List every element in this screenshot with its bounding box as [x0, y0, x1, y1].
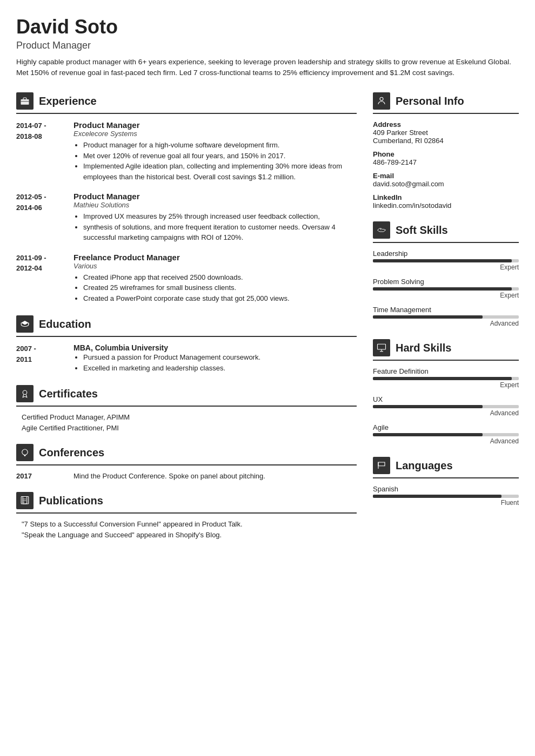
exp-date-2: 2012-05 -2014-06	[16, 192, 65, 243]
skill-name: UX	[373, 395, 519, 403]
hard-skills-section: Hard Skills Feature Definition Expert UX…	[373, 339, 519, 445]
conferences-header: Conferences	[16, 444, 357, 465]
skill-name: Spanish	[373, 485, 519, 493]
edu-bullet: Excelled in marketing and leadership cla…	[83, 363, 357, 374]
speech-bubble-icon	[20, 448, 30, 457]
candidate-title: Product Manager	[16, 40, 519, 51]
conferences-title: Conferences	[39, 447, 104, 459]
svg-rect-5	[21, 497, 27, 504]
skill-bar-fill	[373, 287, 512, 291]
exp-date-3: 2011-09 -2012-04	[16, 253, 65, 304]
publications-title: Publications	[39, 495, 103, 507]
skill-bar-container	[373, 495, 519, 498]
soft-skills-header: Soft Skills	[373, 221, 519, 243]
resume-page: David Soto Product Manager Highly capabl…	[0, 0, 535, 567]
skill-bar-container	[373, 433, 519, 436]
publication-item: "Speak the Language and Succeed" appeare…	[22, 531, 357, 539]
personal-info-section: Personal Info Address 409 Parker StreetC…	[373, 92, 519, 210]
skill-name: Feature Definition	[373, 367, 519, 375]
header: David Soto Product Manager Highly capabl…	[16, 16, 519, 78]
hard-skills-icon	[373, 339, 390, 356]
edu-bullet: Pursued a passion for Product Management…	[83, 352, 357, 363]
certificate-icon	[20, 389, 30, 399]
languages-section: Languages Spanish Fluent	[373, 457, 519, 507]
monitor-icon	[377, 343, 386, 353]
education-section: Education 2007 -2011 MBA, Columbia Unive…	[16, 315, 357, 373]
exp-bullet: Created a PowerPoint corporate case stud…	[83, 293, 357, 304]
exp-company-3: Various	[73, 262, 357, 270]
person-icon	[377, 96, 386, 106]
certificates-header: Certificates	[16, 385, 357, 407]
publications-header: Publications	[16, 492, 357, 514]
languages-title: Languages	[396, 460, 453, 472]
svg-point-3	[23, 390, 27, 395]
conferences-section: Conferences 2017 Mind the Product Confer…	[16, 444, 357, 480]
skill-agile: Agile Advanced	[373, 423, 519, 445]
personal-phone: Phone 486-789-2147	[373, 150, 519, 166]
soft-skills-title: Soft Skills	[396, 224, 448, 237]
skill-bar-fill	[373, 405, 483, 408]
skill-level: Advanced	[373, 409, 519, 417]
hard-skills-title: Hard Skills	[396, 342, 451, 354]
exp-bullet: Created 25 wireframes for small business…	[83, 282, 357, 293]
publications-section: Publications "7 Steps to a Successful Co…	[16, 492, 357, 539]
skill-problem-solving: Problem Solving Expert	[373, 278, 519, 299]
certificate-item: Agile Certified Practitioner, PMI	[22, 424, 357, 432]
exp-bullet: Met over 120% of revenue goal all four y…	[83, 151, 357, 161]
personal-info-header: Personal Info	[373, 92, 519, 114]
personal-address: Address 409 Parker StreetCumberland, RI …	[373, 120, 519, 145]
exp-bullets-2: Improved UX measures by 25% through incr…	[73, 211, 357, 243]
experience-item: 2011-09 -2012-04 Freelance Product Manag…	[16, 253, 357, 304]
skill-level: Expert	[373, 381, 519, 389]
address-value: 409 Parker StreetCumberland, RI 02864	[373, 129, 519, 145]
exp-bullet: Product manager for a high-volume softwa…	[83, 140, 357, 151]
left-column: Experience 2014-07 -2018-08 Product Mana…	[16, 92, 357, 551]
edu-date: 2007 -2011	[16, 343, 65, 373]
exp-job-title-3: Freelance Product Manager	[73, 253, 357, 262]
languages-header: Languages	[373, 457, 519, 478]
exp-bullet: Implemented Agile ideation plan, collect…	[83, 161, 357, 182]
exp-job-title-2: Product Manager	[73, 192, 357, 201]
personal-linkedin: LinkedIn linkedin.com/in/sotodavid	[373, 193, 519, 210]
hard-skills-header: Hard Skills	[373, 339, 519, 361]
graduation-icon	[20, 319, 30, 329]
personal-info-icon	[373, 92, 390, 110]
exp-date-1: 2014-07 -2018-08	[16, 120, 65, 182]
email-label: E-mail	[373, 172, 519, 180]
svg-rect-6	[23, 497, 29, 504]
personal-info-title: Personal Info	[396, 95, 464, 107]
skill-name: Problem Solving	[373, 278, 519, 286]
exp-content-1: Product Manager Excelecore Systems Produ…	[73, 120, 357, 182]
education-item: 2007 -2011 MBA, Columbia University Purs…	[16, 343, 357, 373]
linkedin-label: LinkedIn	[373, 193, 519, 201]
publications-icon	[16, 492, 34, 509]
main-layout: Experience 2014-07 -2018-08 Product Mana…	[16, 92, 519, 551]
candidate-summary: Highly capable product manager with 6+ y…	[16, 57, 519, 79]
experience-item: 2012-05 -2014-06 Product Manager Mathieu…	[16, 192, 357, 243]
candidate-name: David Soto	[16, 16, 519, 38]
skill-leadership: Leadership Expert	[373, 249, 519, 271]
exp-content-2: Product Manager Mathieu Solutions Improv…	[73, 192, 357, 243]
exp-bullet: Improved UX measures by 25% through incr…	[83, 211, 357, 222]
svg-point-4	[22, 449, 28, 455]
exp-bullets-3: Created iPhone app that received 2500 do…	[73, 272, 357, 304]
skill-level: Advanced	[373, 320, 519, 327]
certificates-icon	[16, 385, 34, 402]
svg-rect-0	[21, 99, 29, 105]
experience-section: Experience 2014-07 -2018-08 Product Mana…	[16, 92, 357, 303]
education-header: Education	[16, 315, 357, 337]
svg-point-10	[380, 97, 383, 100]
skill-level: Fluent	[373, 499, 519, 507]
education-title: Education	[39, 318, 91, 330]
briefcase-icon	[20, 96, 30, 106]
skill-bar-container	[373, 287, 519, 291]
conferences-icon	[16, 444, 34, 461]
skill-bar-container	[373, 315, 519, 319]
svg-rect-11	[378, 344, 386, 349]
skill-name: Leadership	[373, 249, 519, 258]
conf-description: Mind the Product Conference. Spoke on pa…	[73, 472, 265, 480]
soft-skills-section: Soft Skills Leadership Expert Problem So…	[373, 221, 519, 327]
skill-level: Expert	[373, 292, 519, 299]
phone-value: 486-789-2147	[373, 158, 519, 166]
conf-year: 2017	[16, 472, 65, 480]
